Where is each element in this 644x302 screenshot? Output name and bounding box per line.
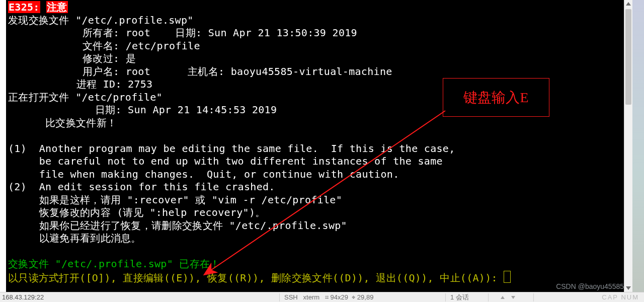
divider-icon: [279, 293, 280, 301]
window-left-gutter: [0, 0, 6, 292]
date-label: 日期:: [175, 27, 202, 39]
msg-l2: be careful not to end up with two differ…: [8, 155, 443, 167]
screenshot-frame: E325: 注意 发现交换文件 "/etc/.profile.swp" 所有者:…: [0, 0, 644, 302]
msg-l6: 恢复修改的内容 (请见 ":help recovery")。: [8, 206, 266, 218]
msg-l5: 如果是这样，请用 ":recover" 或 "vim -r /etc/profi…: [8, 194, 342, 206]
msg-l7: 如果你已经进行了恢复，请删除交换文件 "/etc/.profile.swp": [8, 219, 347, 232]
msg-l8: 以避免再看到此消息。: [8, 232, 141, 244]
error-code: E325:: [8, 1, 40, 13]
status-pos: 29,89: [357, 293, 374, 301]
error-label: 注意: [46, 1, 68, 13]
status-conn: SSH xterm ⌗ 94x29 ⌖ 29,89: [284, 292, 373, 302]
status-bar: 168.43.129:22 SSH xterm ⌗ 94x29 ⌖ 29,89 …: [0, 292, 644, 302]
divider-icon: [445, 293, 446, 301]
msg-l1: (1) Another program may be editing the s…: [8, 142, 455, 155]
host-value: baoyu45585-virtual-machine: [231, 65, 392, 78]
status-ip: 168.43.129:22: [2, 292, 44, 302]
modified-label: 修改过:: [83, 52, 119, 64]
pid-value: 2753: [128, 78, 152, 90]
scroll-thumb[interactable]: [625, 9, 631, 105]
swap-found-line: 发现交换文件 "/etc/.profile.swp": [8, 14, 194, 26]
cursor-icon: [504, 271, 511, 283]
terminal[interactable]: E325: 注意 发现交换文件 "/etc/.profile.swp" 所有者:…: [6, 0, 624, 292]
opening-line: 正在打开文件 "/etc/profile": [8, 91, 163, 103]
modified-value: 是: [126, 52, 136, 64]
pid-label: 进程 ID:: [76, 78, 122, 90]
scroll-up-icon[interactable]: [626, 2, 631, 6]
status-capnum: CAP NUM: [602, 292, 639, 302]
owner-label: 所有者:: [83, 27, 119, 39]
user-value: root: [126, 65, 150, 78]
filename-value: /etc/profile: [126, 40, 200, 52]
date-value: Sun Apr 21 13:50:39 2019: [208, 27, 357, 39]
msg-l4: (2) An edit session for this file crashe…: [8, 181, 275, 193]
status-ssh: SSH: [284, 293, 298, 301]
status-term: xterm: [303, 293, 320, 301]
scrollbar[interactable]: [624, 0, 632, 292]
newer-text: 比交换文件新！: [45, 117, 117, 129]
watermark: CSDN @baoyu45585: [556, 283, 624, 290]
vim-prompt-options: 以只读方式打开([O]), 直接编辑((E)), 恢复((R)), 删除交换文件…: [8, 272, 504, 284]
status-size: 94x29: [331, 293, 348, 301]
filename-label: 文件名:: [83, 40, 119, 52]
msg-l3: file when making changes. Quit, or conti…: [8, 168, 399, 180]
divider-icon: [488, 293, 489, 301]
owner-value: root: [126, 27, 150, 39]
swap-exists-line: 交换文件 "/etc/.profile.swp" 已存在！: [8, 258, 220, 270]
host-label: 主机名:: [188, 65, 224, 78]
desktop-strip: [632, 0, 644, 292]
divider-icon: [533, 293, 534, 301]
scroll-down-icon[interactable]: [626, 286, 631, 290]
status-sessions: 1 会话: [450, 292, 469, 302]
user-label: 用户名:: [83, 65, 119, 78]
arrow-keys-icon: [496, 292, 517, 302]
opening-date-value: Sun Apr 21 14:45:53 2019: [128, 104, 277, 116]
opening-date-label: 日期:: [95, 104, 122, 116]
